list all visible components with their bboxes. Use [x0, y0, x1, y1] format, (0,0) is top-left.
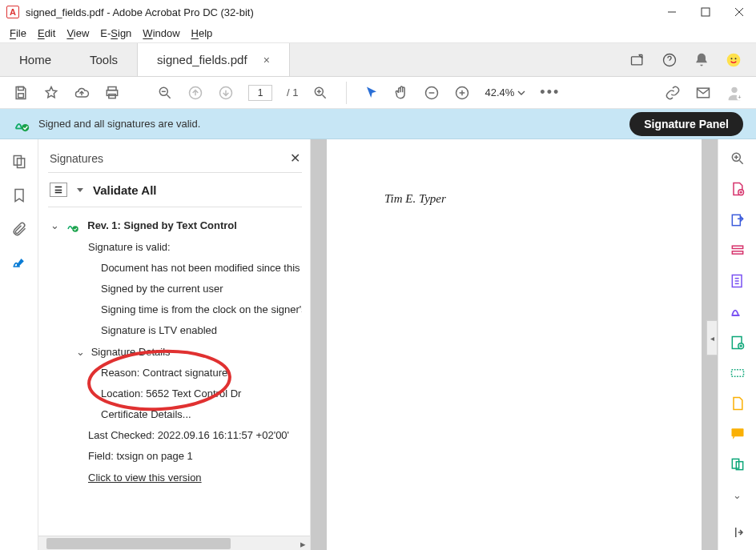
chevron-down-icon[interactable]: ⌄ [50, 219, 59, 233]
svg-point-32 [22, 124, 29, 131]
validate-all-row[interactable]: ☰ Validate All [48, 173, 302, 207]
attachments-icon[interactable] [11, 221, 27, 237]
svg-point-8 [735, 58, 737, 59]
tab-document[interactable]: signed_fields.pdf × [137, 43, 290, 76]
status-valid: Signature is valid: [48, 237, 302, 258]
share-icon[interactable] [629, 52, 645, 68]
more-tools-icon[interactable]: ••• [540, 84, 560, 101]
menu-view[interactable]: View [66, 27, 89, 39]
search-tool-icon[interactable] [729, 151, 746, 167]
window-title: signed_fields.pdf - Adobe Acrobat Pro DC… [26, 6, 254, 18]
panel-horizontal-scrollbar[interactable]: ▸ [38, 536, 310, 550]
comment-icon[interactable] [729, 426, 746, 442]
left-nav-rail [0, 139, 38, 550]
signature-banner: Signed and all signatures are valid. Sig… [0, 109, 756, 139]
prev-page-icon[interactable] [187, 85, 203, 101]
menu-help[interactable]: Help [191, 27, 213, 39]
redact-icon[interactable] [729, 365, 746, 381]
thumbnails-icon[interactable] [11, 154, 27, 170]
menu-edit[interactable]: Edit [38, 27, 55, 39]
zoom-dropdown[interactable]: 42.4% [485, 86, 525, 98]
rail-chevron-down-icon[interactable]: ⌄ [729, 488, 746, 504]
menu-esign[interactable]: E-Sign [100, 27, 131, 39]
document-page[interactable]: Tim E. Typer [335, 139, 694, 550]
help-icon[interactable] [662, 52, 678, 68]
signature-revision-row[interactable]: ⌄ Rev. 1: Signed by Text Control [48, 215, 302, 237]
zoom-actual-icon[interactable] [312, 85, 328, 101]
hand-tool-icon[interactable] [393, 85, 409, 101]
signatures-panel-close-icon[interactable]: ✕ [290, 151, 300, 166]
signature-panel-button[interactable]: Signature Panel [629, 112, 743, 136]
expand-rail-icon[interactable] [729, 524, 746, 540]
signatures-rail-icon[interactable] [11, 255, 27, 271]
profile-icon[interactable]: + [726, 84, 743, 102]
account-icon[interactable] [726, 52, 742, 68]
page-gutter-left [311, 139, 327, 550]
organize-pages-icon[interactable] [729, 273, 746, 289]
window-controls [666, 6, 745, 18]
minimize-button[interactable] [666, 6, 678, 18]
link-icon[interactable] [665, 85, 681, 101]
last-checked: Last Checked: 2022.09.16 16:11:57 +02'00… [48, 425, 302, 446]
detail-ltv: Signature is LTV enabled [48, 320, 302, 341]
menu-window[interactable]: Window [143, 27, 179, 39]
svg-rect-55 [731, 429, 743, 437]
signature-banner-message: Signed and all signatures are valid. [38, 118, 200, 130]
detail-reason: Reason: Contract signature [48, 363, 302, 383]
view-version-link[interactable]: Click to view this version [48, 468, 302, 488]
fill-sign-icon[interactable] [729, 303, 746, 319]
svg-line-37 [739, 161, 742, 164]
svg-text:+: + [738, 94, 741, 101]
email-icon[interactable] [695, 85, 711, 101]
toolbar: / 1 42.4% ••• + [0, 77, 756, 109]
tab-bar: Home Tools signed_fields.pdf × [0, 43, 756, 77]
detail-location: Location: 5652 Text Control Dr [48, 383, 302, 404]
document-viewport[interactable]: Tim E. Typer [311, 139, 718, 550]
detail-not-modified: Document has not been modified since thi… [48, 258, 302, 279]
protect-icon[interactable] [729, 395, 746, 411]
right-panel-collapse-handle[interactable]: ◂ [706, 320, 718, 355]
combine-icon[interactable] [729, 456, 746, 472]
certificate-details-link[interactable]: Certificate Details... [48, 404, 302, 425]
tab-close-icon[interactable]: × [263, 54, 270, 66]
print-icon[interactable] [104, 85, 120, 101]
title-bar: A signed_fields.pdf - Adobe Acrobat Pro … [0, 0, 756, 24]
svg-line-15 [167, 94, 171, 98]
zoom-out-find-icon[interactable] [157, 85, 173, 101]
export-pdf-icon[interactable] [729, 211, 746, 227]
options-dropdown-icon[interactable] [77, 188, 83, 192]
notifications-icon[interactable] [694, 52, 710, 68]
select-cursor-icon[interactable] [364, 86, 379, 100]
page-number-input[interactable] [248, 85, 272, 101]
zoom-out-icon[interactable] [424, 85, 440, 101]
svg-rect-54 [731, 370, 743, 376]
create-pdf-icon[interactable] [729, 181, 746, 197]
edit-pdf-icon[interactable] [729, 243, 746, 259]
signature-valid-small-icon [66, 219, 80, 234]
right-tools-rail: ⌄ [718, 139, 756, 550]
signature-tree: ⌄ Rev. 1: Signed by Text Control Signatu… [48, 207, 302, 536]
scrollbar-thumb[interactable] [46, 538, 231, 549]
signature-field-content[interactable]: Tim E. Typer [384, 192, 446, 206]
svg-point-6 [727, 53, 741, 66]
menu-file[interactable]: File [10, 27, 26, 39]
tab-document-label: signed_fields.pdf [157, 53, 247, 66]
next-page-icon[interactable] [218, 85, 234, 101]
maximize-button[interactable] [700, 6, 711, 18]
scroll-right-icon[interactable]: ▸ [297, 538, 308, 549]
cloud-icon[interactable] [74, 85, 90, 101]
tab-tools[interactable]: Tools [70, 43, 137, 76]
request-signatures-icon[interactable] [729, 334, 746, 350]
save-icon[interactable] [13, 85, 29, 101]
tab-home[interactable]: Home [0, 43, 70, 76]
zoom-in-icon[interactable] [454, 85, 470, 101]
star-icon[interactable] [43, 85, 59, 101]
chevron-down-icon[interactable]: ⌄ [75, 345, 85, 359]
options-icon[interactable]: ☰ [50, 183, 67, 197]
svg-rect-10 [18, 93, 24, 97]
close-button[interactable] [734, 6, 745, 18]
bookmarks-icon[interactable] [11, 187, 27, 203]
signature-details-row[interactable]: ⌄ Signature Details [48, 342, 302, 363]
signature-valid-icon [13, 115, 30, 133]
svg-point-7 [731, 58, 733, 59]
